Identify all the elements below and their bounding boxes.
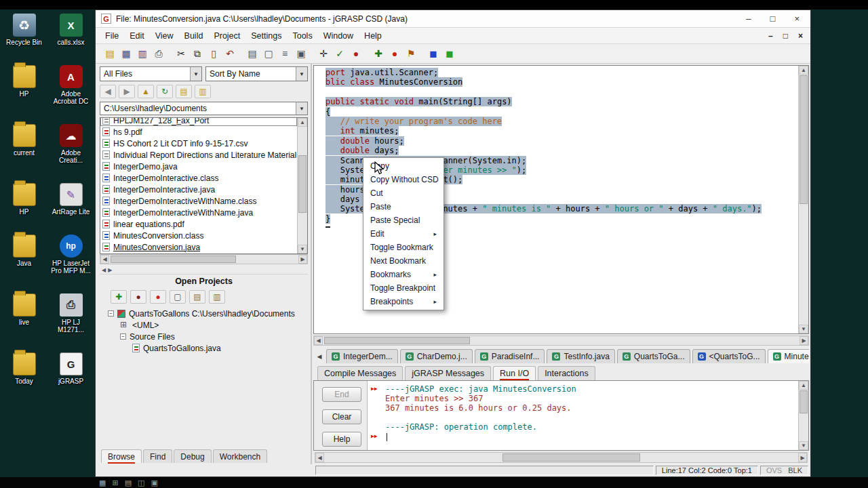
editor-scrollbar[interactable]: ▲ ▼	[798, 66, 808, 333]
desktop-icon-adobe-acrobat-dc[interactable]: AAdobe Acrobat DC	[48, 65, 94, 105]
scroll-right-icon[interactable]: ▶	[798, 453, 807, 462]
panel-tab-browse[interactable]: Browse	[101, 449, 142, 463]
context-menu-item-toggle-bookmark[interactable]: Toggle Bookmark	[364, 241, 443, 254]
context-menu-item-copy-without-csd[interactable]: Copy Without CSD	[364, 173, 443, 186]
file-item[interactable]: IntegerDemoInteractive.java	[100, 184, 297, 195]
file-list-scrollbar[interactable]: ▲ ▼	[297, 118, 307, 253]
csd-view-icon[interactable]: ▣	[293, 46, 309, 61]
menu-tools[interactable]: Tools	[287, 29, 317, 43]
end-button[interactable]: End	[322, 387, 361, 402]
run-debug-icon[interactable]: ●	[387, 46, 403, 61]
file-item[interactable]: HPLJM127_128_F̲ax_Port	[100, 117, 297, 126]
tab-scroll-left-icon[interactable]: ◀	[315, 350, 324, 363]
compile-icon[interactable]: ✓	[332, 46, 348, 61]
messages-window-icon[interactable]: ◼	[441, 46, 458, 61]
collapse-node-icon[interactable]: −	[120, 333, 126, 340]
menu-help[interactable]: Help	[359, 29, 387, 43]
file-item[interactable]: IntegerDemoInteractiveWithName.java	[100, 207, 297, 218]
chevron-down-icon[interactable]: ▼	[190, 67, 201, 81]
file-item[interactable]: IntegerDemoInteractive.class	[100, 172, 297, 184]
editor-hscrollbar[interactable]: ◀ ▶	[313, 336, 809, 346]
context-menu-item-edit[interactable]: Edit▸	[364, 227, 443, 241]
menu-window[interactable]: Window	[318, 29, 359, 43]
menu-settings[interactable]: Settings	[245, 29, 287, 43]
print-icon[interactable]: ⎙	[151, 46, 167, 61]
scroll-thumb[interactable]	[800, 390, 808, 413]
taskbar-app-5-icon[interactable]: ▣	[151, 479, 157, 487]
paste-icon[interactable]: ▯	[205, 46, 222, 61]
mdi-minimize-button[interactable]: –	[768, 31, 773, 41]
context-menu-item-paste[interactable]: Paste	[364, 200, 443, 214]
scroll-thumb[interactable]	[298, 155, 307, 213]
collapse-right-icon[interactable]: ▶	[108, 267, 112, 273]
file-item[interactable]: hs 9.pdf	[100, 126, 297, 138]
line-numbers-icon[interactable]: ≡	[277, 46, 293, 61]
file-list-hscrollbar[interactable]: ◀ ▶	[100, 254, 308, 264]
debug-project-icon[interactable]: ●	[130, 290, 146, 304]
context-menu-item-breakpoints[interactable]: Breakpoints▸	[364, 295, 443, 308]
scroll-up-icon[interactable]: ▲	[799, 66, 808, 75]
panel-splitter[interactable]: ◀ ▶	[100, 266, 308, 274]
scroll-thumb[interactable]	[502, 453, 640, 462]
output-tab-jgrasp-messages[interactable]: jGRASP Messages	[405, 366, 491, 380]
desktop-icon-calls-xlsx[interactable]: Xcalls.xlsx	[48, 14, 94, 46]
desktop-icon-jgrasp[interactable]: GjGRASP	[48, 352, 94, 385]
menu-project[interactable]: Project	[208, 29, 245, 43]
csd-generate-icon[interactable]: ▤	[244, 46, 260, 61]
help-button[interactable]: Help	[322, 432, 361, 447]
panel-tab-workbench[interactable]: Workbench	[213, 449, 267, 463]
console-hscrollbar[interactable]: ◀ ▶	[315, 452, 808, 463]
chevron-down-icon[interactable]: ▼	[296, 67, 307, 81]
add-file-icon[interactable]: ✚	[111, 290, 127, 304]
taskbar[interactable]: ▦⊞▤◫▣	[0, 477, 868, 488]
context-menu-item-cut[interactable]: Cut	[364, 186, 443, 200]
scroll-left-icon[interactable]: ◀	[314, 336, 323, 345]
desktop-icon-java[interactable]: Java	[1, 235, 47, 274]
desktop-icon-today[interactable]: Today	[1, 352, 47, 385]
taskbar-app-4-icon[interactable]: ◫	[138, 479, 144, 487]
desktop-icon-adobe-creati[interactable]: ☁Adobe Creati...	[48, 124, 94, 164]
new-folder-icon[interactable]: ▤	[176, 85, 192, 98]
scroll-up-icon[interactable]: ▲	[298, 118, 307, 127]
debug-compile-icon[interactable]: ●	[348, 46, 364, 61]
scroll-right-icon[interactable]: ▶	[298, 255, 307, 264]
windows-icon[interactable]: ▢	[170, 290, 186, 304]
file-item[interactable]: IntegerDemoInteractiveWithName.class	[100, 195, 297, 207]
file-item[interactable]: Individual Report Directions and Literat…	[100, 149, 297, 161]
desktop-icon-live[interactable]: live	[1, 293, 47, 333]
scroll-thumb[interactable]	[800, 75, 808, 204]
back-icon[interactable]: ◀	[100, 85, 116, 98]
console-output[interactable]: ▶▶----jGRASP exec: java MinutesConversio…	[367, 381, 808, 450]
context-menu-item-paste-special[interactable]: Paste Special	[364, 214, 443, 227]
context-menu-item-next-bookmark[interactable]: Next Bookmark	[364, 254, 443, 268]
file-item[interactable]: HS Cohort 2 Lit CDT info 9-15-17.csv	[100, 138, 297, 149]
maximize-button[interactable]: □	[770, 14, 776, 24]
desktop-icon-hp[interactable]: HP	[1, 183, 47, 216]
panel-tab-find[interactable]: Find	[143, 449, 172, 463]
desktop-icon-hp[interactable]: HP	[1, 65, 47, 105]
scroll-up-icon[interactable]: ▲	[799, 381, 808, 390]
cut-icon[interactable]: ✂	[173, 46, 189, 61]
uml-node[interactable]: ⊞ <UML>	[108, 319, 308, 331]
csd-remove-icon[interactable]: ▢	[260, 46, 277, 61]
desktop-icon-hp-lj-m1271[interactable]: ⎙HP LJ M1271...	[48, 293, 94, 333]
taskbar-app-3-icon[interactable]: ▤	[125, 479, 132, 487]
chevron-down-icon[interactable]: ▼	[296, 102, 307, 115]
output-tab-compile-messages[interactable]: Compile Messages	[317, 366, 403, 380]
desktop-icon-hp-laserjet-pro-mfp-m[interactable]: hpHP LaserJet Pro MFP M...	[48, 235, 94, 274]
clear-button[interactable]: Clear	[322, 409, 361, 424]
path-dropdown[interactable]: C:\Users\lhadley\Documents ▼	[100, 102, 308, 115]
desktop-icon-current[interactable]: current	[1, 124, 47, 164]
project-file-node[interactable]: QuartsToGallons.java	[108, 342, 308, 354]
scroll-left-icon[interactable]: ◀	[100, 255, 109, 264]
context-menu-item-toggle-breakpoint[interactable]: Toggle Breakpoint	[364, 281, 443, 295]
sort-dropdown[interactable]: Sort By Name ▼	[205, 66, 308, 81]
close-button[interactable]: ×	[794, 14, 800, 24]
docs-icon[interactable]: ▤	[189, 290, 205, 304]
mdi-close-button[interactable]: ×	[798, 31, 803, 41]
taskbar-app-2-icon[interactable]: ⊞	[112, 479, 118, 487]
panel-tab-debug[interactable]: Debug	[174, 449, 211, 463]
file-item[interactable]: MinutesConversion.class	[100, 230, 297, 241]
freeze-icon[interactable]: ✛	[315, 46, 332, 61]
scroll-thumb[interactable]	[111, 256, 236, 263]
